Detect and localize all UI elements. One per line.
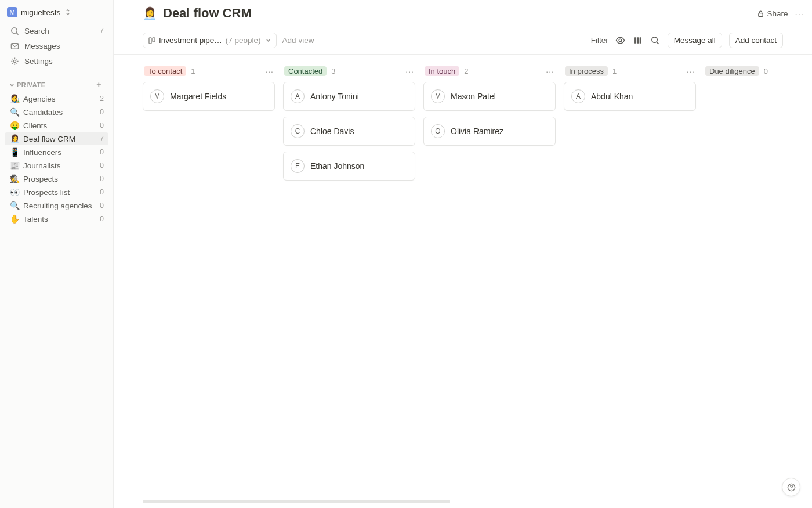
page-count: 0	[100, 121, 104, 129]
board[interactable]: To contact1···MMargaret FieldsContacted3…	[114, 55, 812, 508]
mail-icon	[9, 41, 20, 51]
chevron-down-icon	[266, 38, 271, 43]
search-icon[interactable]	[650, 35, 661, 46]
topbar-right: Share ···	[757, 9, 804, 19]
more-button[interactable]: ···	[795, 9, 804, 19]
avatar: E	[291, 159, 304, 173]
column-header[interactable]: In process1···	[564, 65, 696, 82]
board-column: Due diligence0···	[704, 65, 812, 82]
page-emoji: 👩‍💼	[9, 134, 20, 143]
filter-button[interactable]: Filter	[591, 36, 608, 45]
avatar: A	[571, 89, 585, 103]
page-label: Journalists	[23, 161, 61, 170]
column-header[interactable]: Due diligence0···	[704, 65, 812, 82]
contact-card[interactable]: MMason Patel	[423, 82, 556, 111]
page-emoji: 📱	[9, 147, 20, 157]
sidebar-page-item[interactable]: 📰Journalists0	[5, 159, 108, 172]
sidebar-page-item[interactable]: 👩‍💼Deal flow CRM7	[5, 132, 108, 145]
board-column: To contact1···MMargaret Fields	[143, 65, 275, 117]
column-header[interactable]: To contact1···	[143, 65, 275, 82]
sidebar-page-item[interactable]: 🔍Recruiting agencies0	[5, 199, 108, 212]
contact-card[interactable]: AAntony Tonini	[283, 82, 415, 111]
workspace-switcher[interactable]: M migueltests	[2, 5, 111, 20]
column-count: 2	[464, 67, 468, 75]
page-count: 0	[100, 108, 104, 116]
avatar: M	[150, 89, 164, 103]
sidebar-page-item[interactable]: 🔍Candidates0	[5, 106, 108, 118]
nav-settings[interactable]: Settings	[5, 54, 108, 68]
horizontal-scrollbar[interactable]	[143, 500, 450, 503]
column-count: 1	[191, 67, 195, 75]
column-header[interactable]: Contacted3···	[283, 65, 415, 82]
sidebar-page-item[interactable]: 🕵️Prospects0	[5, 172, 108, 185]
avatar: A	[291, 89, 304, 103]
page-label: Agencies	[23, 95, 56, 103]
sidebar-page-item[interactable]: ✋Talents0	[5, 212, 108, 225]
board-icon	[148, 37, 155, 44]
sidebar: M migueltests Search 7 Messages Settings…	[0, 0, 114, 508]
column-more-button[interactable]: ···	[405, 67, 414, 76]
column-more-button[interactable]: ···	[546, 67, 554, 76]
main: 👩‍💼 Deal flow CRM Share ··· Investment p…	[114, 0, 812, 508]
add-view-button[interactable]: Add view	[282, 36, 314, 45]
page-title: Deal flow CRM	[163, 6, 252, 21]
help-button[interactable]	[782, 478, 800, 496]
contact-name: Chloe Davis	[310, 127, 354, 136]
page-emoji: 👩‍🎨	[9, 94, 20, 103]
status-pill: In touch	[425, 66, 459, 76]
page-emoji: ✋	[9, 214, 20, 224]
lock-icon	[757, 10, 764, 17]
avatar: M	[431, 89, 445, 103]
contact-card[interactable]: CChloe Davis	[283, 117, 415, 146]
visibility-icon[interactable]	[615, 35, 626, 46]
board-column: In touch2···MMason PatelOOlivia Ramirez	[423, 65, 556, 152]
page-emoji: 🔍	[9, 201, 20, 210]
workspace-name: migueltests	[21, 8, 60, 17]
page-label: Prospects	[23, 175, 58, 183]
page-count: 0	[100, 161, 104, 170]
share-label: Share	[767, 9, 788, 18]
svg-point-0	[11, 27, 16, 33]
view-selector[interactable]: Investment pipe… (7 people)	[143, 33, 277, 48]
nav-count: 7	[100, 27, 104, 35]
columns-icon[interactable]	[633, 35, 643, 46]
contact-card[interactable]: EEthan Johnson	[283, 152, 415, 181]
contact-card[interactable]: OOlivia Ramirez	[423, 117, 556, 146]
share-button[interactable]: Share	[757, 9, 788, 18]
status-pill: Due diligence	[705, 66, 759, 76]
column-count: 3	[331, 67, 335, 75]
nav-messages[interactable]: Messages	[5, 39, 108, 53]
sidebar-page-item[interactable]: 👀Prospects list0	[5, 186, 108, 199]
status-pill: In process	[565, 66, 608, 76]
nav-search[interactable]: Search 7	[5, 24, 108, 38]
add-page-button[interactable]: +	[96, 80, 102, 89]
contact-card[interactable]: AAbdul Khan	[564, 82, 696, 111]
sidebar-page-item[interactable]: 📱Influencers0	[5, 146, 108, 158]
page-label: Clients	[23, 121, 47, 130]
toolbar: Investment pipe… (7 people) Add view Fil…	[114, 23, 812, 55]
contact-card[interactable]: MMargaret Fields	[143, 82, 275, 111]
svg-point-12	[791, 489, 791, 489]
contact-name: Margaret Fields	[170, 92, 226, 101]
svg-rect-4	[149, 38, 151, 44]
page-title-emoji: 👩‍💼	[143, 6, 157, 20]
section-heading-private[interactable]: PRIVATE +	[2, 78, 111, 92]
column-more-button[interactable]: ···	[686, 67, 695, 76]
message-all-button[interactable]: Message all	[668, 33, 722, 48]
search-icon	[9, 26, 20, 36]
column-header[interactable]: In touch2···	[423, 65, 556, 82]
page-emoji: 🤑	[9, 121, 20, 130]
contact-name: Mason Patel	[451, 92, 496, 101]
sidebar-page-item[interactable]: 👩‍🎨Agencies2	[5, 92, 108, 105]
page-title-wrap: 👩‍💼 Deal flow CRM	[143, 6, 252, 21]
view-count: (7 people)	[226, 36, 261, 45]
column-more-button[interactable]: ···	[265, 67, 274, 76]
add-contact-button[interactable]: Add contact	[729, 33, 783, 48]
nav-label: Search	[24, 27, 49, 35]
column-count: 1	[612, 67, 617, 75]
page-label: Recruiting agencies	[23, 201, 92, 210]
contact-name: Antony Tonini	[310, 92, 359, 101]
contact-name: Ethan Johnson	[310, 161, 364, 171]
page-label: Prospects list	[23, 188, 70, 197]
sidebar-page-item[interactable]: 🤑Clients0	[5, 119, 108, 132]
